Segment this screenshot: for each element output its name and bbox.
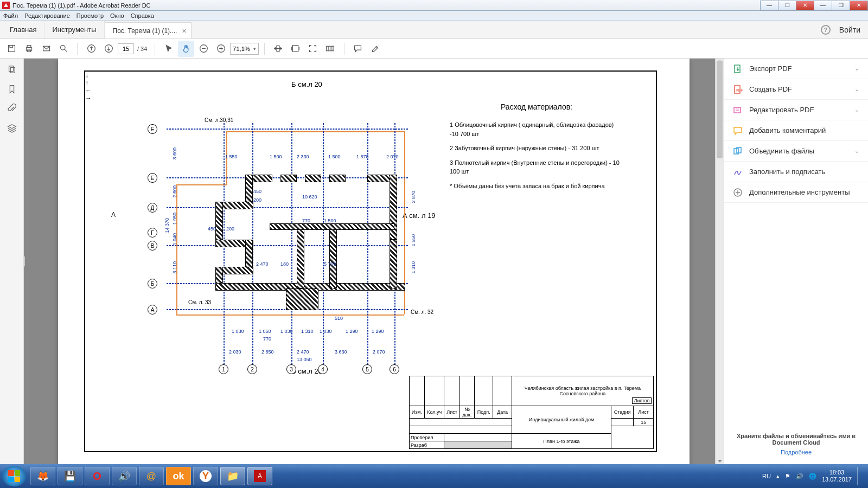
taskbar-yandex[interactable]: Y <box>193 467 218 485</box>
fit-page-icon[interactable] <box>288 41 304 57</box>
materials-box: Расход материалов: 1 Облицовочный кирпич… <box>450 101 623 190</box>
tray-flag-icon[interactable]: ⚑ <box>785 473 790 480</box>
tool-fill-sign[interactable]: Заполнить и подписать <box>724 162 868 182</box>
svg-rect-15 <box>10 67 15 73</box>
taskbar-mail[interactable]: @ <box>139 467 164 485</box>
fit-width-icon[interactable] <box>270 41 286 57</box>
tab-home[interactable]: Главная <box>2 21 44 38</box>
help-icon[interactable]: ? <box>821 25 831 35</box>
taskbar-firefox[interactable]: 🦊 <box>30 467 55 485</box>
learn-more-link[interactable]: Подробнее <box>730 449 863 455</box>
document-area[interactable]: Б см.л 20 ↓ ↑ Б см.л 20 А см. л 19 ← → А… <box>24 59 724 464</box>
nav-pane-rail <box>0 59 24 464</box>
svg-point-6 <box>60 46 65 50</box>
prev-page-arrow[interactable] <box>24 256 25 267</box>
show-desktop[interactable] <box>857 467 863 485</box>
taskbar-opera[interactable]: O <box>85 467 110 485</box>
email-icon[interactable] <box>38 41 54 57</box>
start-button[interactable] <box>2 466 26 486</box>
tab-document[interactable]: Пос. Терема (1) (1)....✕ <box>105 22 192 38</box>
material-note: * Объёмы даны без учета запаса на брак и… <box>450 182 623 191</box>
bookmarks-icon[interactable] <box>7 84 17 94</box>
tool-more[interactable]: Дополнительные инструменты <box>724 182 868 203</box>
create-pdf-icon: PDF <box>733 85 743 94</box>
scrollbar-thumb[interactable] <box>717 61 723 158</box>
comment-tool-icon <box>733 126 743 136</box>
svg-rect-3 <box>27 46 31 48</box>
axis-E1: Е <box>148 124 157 134</box>
tool-comment[interactable]: Добавить комментарий <box>724 120 868 141</box>
axis-2: 2 <box>247 364 257 374</box>
thumbnails-icon[interactable] <box>7 64 17 75</box>
material-1: 1 Облицовочный кирпич ( одинарный, облиц… <box>450 120 623 138</box>
tool-edit-pdf[interactable]: Редактировать PDF⌄ <box>724 100 868 120</box>
stamp-object: Индивидуальный жилой дом <box>512 406 611 434</box>
layers-icon[interactable] <box>7 123 17 133</box>
ref-33: См. л. 33 <box>188 299 211 305</box>
comment-icon[interactable] <box>350 41 366 57</box>
system-tray: RU ▴ ⚑ 🔊 🌐 18:0313.07.2017 <box>762 467 866 485</box>
toolbar: / 34 71,1% <box>0 39 868 59</box>
axis-E2: Е <box>148 173 157 183</box>
acrobat-icon <box>2 2 10 9</box>
restore-button[interactable]: ❐ <box>832 1 850 10</box>
taskbar-media[interactable]: 🔊 <box>112 467 137 485</box>
tool-create-pdf[interactable]: PDFСоздать PDF⌄ <box>724 79 868 100</box>
zoom-select[interactable]: 71,1% <box>230 43 258 55</box>
save-icon[interactable] <box>3 41 20 57</box>
tray-clock[interactable]: 18:0313.07.2017 <box>822 469 852 483</box>
zoom-in-icon[interactable] <box>213 41 229 57</box>
menu-window[interactable]: Окно <box>110 12 124 19</box>
axis-1: 1 <box>219 364 228 374</box>
highlight-icon[interactable] <box>367 41 384 57</box>
tray-network-icon[interactable]: 🌐 <box>809 473 816 480</box>
tool-export-pdf[interactable]: Экспорт PDF⌄ <box>724 59 868 79</box>
vertical-scrollbar[interactable] <box>715 59 724 464</box>
close-button[interactable]: ✕ <box>850 1 868 10</box>
menu-help[interactable]: Справка <box>131 12 154 19</box>
maximize-button[interactable]: ☐ <box>778 1 796 10</box>
taskbar-save[interactable]: 💾 <box>58 467 82 485</box>
zoom-out-icon[interactable] <box>195 41 212 57</box>
axis-V: В <box>148 241 157 251</box>
tray-lang[interactable]: RU <box>762 473 771 479</box>
minimize2-button[interactable]: — <box>814 1 832 10</box>
minimize-button[interactable]: — <box>760 1 778 10</box>
svg-rect-1 <box>10 46 12 48</box>
drawing-stamp: Челябинская область жилая застройка в п.… <box>409 376 654 449</box>
ref-32: См. л. 32 <box>411 309 433 315</box>
page-down-icon[interactable] <box>100 41 117 57</box>
tab-tools[interactable]: Инструменты <box>44 21 104 38</box>
taskbar-ok[interactable]: ok <box>166 467 191 485</box>
hand-icon[interactable] <box>178 41 194 57</box>
print-icon[interactable] <box>21 41 37 57</box>
close-inner-button[interactable]: ✕ <box>796 1 814 10</box>
svg-rect-4 <box>27 50 31 52</box>
attachments-icon[interactable] <box>7 103 17 114</box>
menu-view[interactable]: Просмотр <box>76 12 104 19</box>
export-pdf-icon <box>733 64 743 74</box>
search-icon[interactable] <box>55 41 72 57</box>
menubar: Файл Редактирование Просмотр Окно Справк… <box>0 11 868 21</box>
page-input[interactable] <box>118 43 134 54</box>
edit-pdf-icon <box>733 105 743 115</box>
window-titlebar: Пос. Терема (1) (1).pdf - Adobe Acrobat … <box>0 0 868 11</box>
svg-rect-12 <box>292 46 298 52</box>
window-title: Пос. Терема (1) (1).pdf - Adobe Acrobat … <box>12 2 151 9</box>
page-up-icon[interactable] <box>83 41 99 57</box>
fullscreen-icon[interactable] <box>305 41 321 57</box>
read-mode-icon[interactable] <box>322 41 339 57</box>
tool-combine[interactable]: Объединить файлы⌄ <box>724 141 868 162</box>
svg-rect-14 <box>9 66 13 72</box>
menu-file[interactable]: Файл <box>3 12 18 19</box>
tray-volume-icon[interactable]: 🔊 <box>796 473 803 480</box>
taskbar-acrobat[interactable]: A <box>247 467 272 485</box>
signin-link[interactable]: Войти <box>839 25 860 34</box>
close-tab-icon[interactable]: ✕ <box>182 27 187 34</box>
window-buttons: — ☐ ✕ — ❐ ✕ <box>761 1 868 10</box>
taskbar-explorer[interactable]: 📁 <box>220 467 245 485</box>
materials-heading: Расход материалов: <box>450 101 623 113</box>
menu-edit[interactable]: Редактирование <box>24 12 70 19</box>
select-icon[interactable] <box>161 41 177 57</box>
tray-arrow-icon[interactable]: ▴ <box>776 473 780 480</box>
